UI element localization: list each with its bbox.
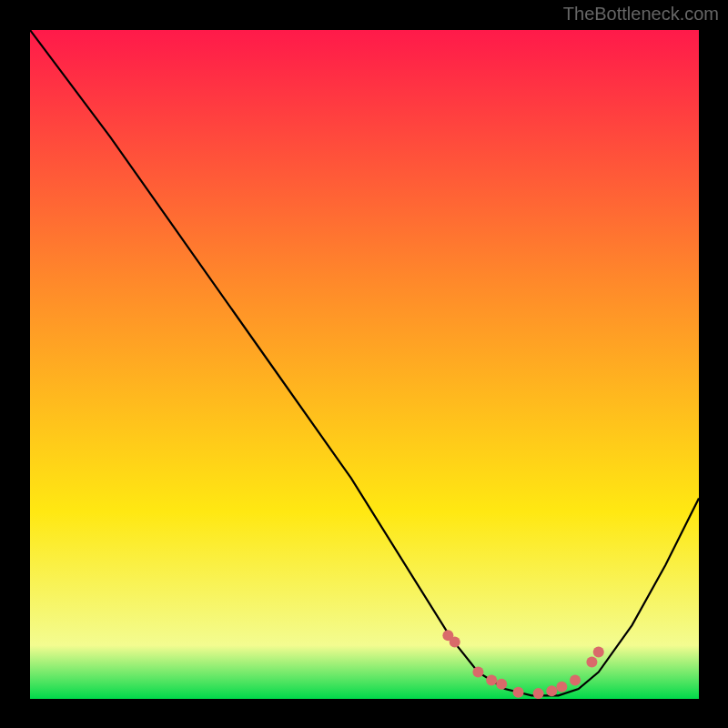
marker-point [472,667,483,678]
watermark-text: TheBottleneck.com [563,4,719,25]
marker-point [556,682,567,693]
marker-point [586,657,597,668]
gradient-background [30,30,699,699]
chart-svg [30,30,699,699]
marker-point [486,674,497,685]
marker-point [593,647,604,658]
marker-point [450,637,460,648]
marker-point [513,687,524,698]
marker-point [570,674,581,685]
marker-point [496,679,507,690]
marker-point [546,685,557,696]
chart-plot-area [30,30,699,699]
marker-point [533,688,544,699]
